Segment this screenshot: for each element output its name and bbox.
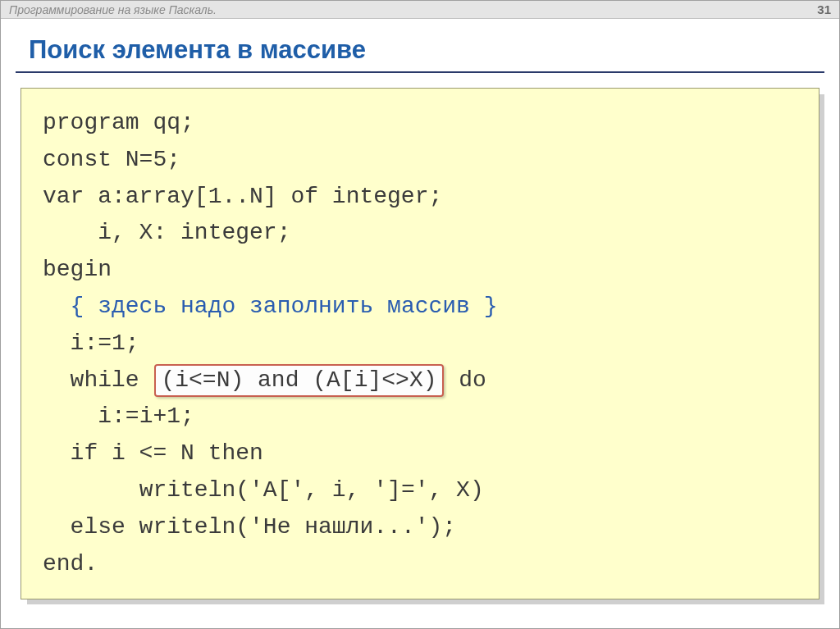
code-line: program qq; — [43, 110, 194, 135]
highlight-box: (i<=N) and (A[i]<>X) — [154, 364, 443, 397]
code-line: do — [459, 367, 486, 393]
topbar: Программирование на языке Паскаль. 31 — [1, 1, 839, 19]
slide-heading: Поиск элемента в массиве — [1, 19, 839, 71]
code-comment: { здесь надо заполнить массив } — [71, 294, 498, 319]
course-title: Программирование на языке Паскаль. — [9, 3, 217, 16]
code-line: writeln('A[', i, ']=', X) — [139, 477, 484, 503]
code-line: i, X: integer; — [43, 220, 290, 245]
code-line: const N=5; — [43, 147, 180, 172]
code-line: var a:array[1..N] of integer; — [43, 184, 442, 209]
heading-rule — [16, 71, 824, 73]
code-box: program qq; const N=5; var a:array[1..N]… — [21, 88, 819, 599]
page-number: 31 — [817, 2, 831, 16]
code-line: end. — [43, 551, 98, 577]
code-line: if i <= N then — [71, 440, 263, 466]
code-line: begin — [43, 257, 112, 282]
code-content: program qq; const N=5; var a:array[1..N]… — [21, 88, 819, 599]
slide: Программирование на языке Паскаль. 31 По… — [0, 0, 840, 629]
code-line: i:=1; — [71, 330, 139, 356]
code-line: else writeln('Не нашли...'); — [71, 514, 456, 540]
code-line: while — [71, 367, 139, 393]
code-line: i:=i+1; — [98, 403, 194, 429]
